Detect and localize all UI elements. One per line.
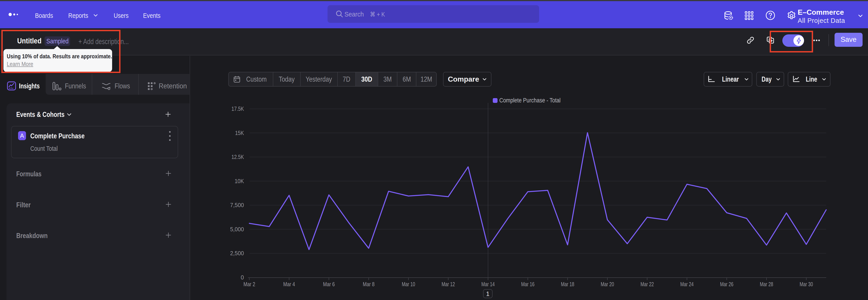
svg-text:Mar 18: Mar 18	[561, 281, 575, 287]
svg-text:Mar 14: Mar 14	[482, 281, 495, 287]
svg-text:Mar 2: Mar 2	[243, 281, 255, 287]
svg-text:Mar 20: Mar 20	[601, 281, 614, 287]
svg-text:2,500: 2,500	[230, 250, 244, 257]
svg-text:17.5K: 17.5K	[231, 106, 244, 112]
svg-text:Mar 12: Mar 12	[442, 281, 455, 287]
svg-text:5,000: 5,000	[230, 226, 244, 232]
svg-text:Mar 30: Mar 30	[800, 281, 813, 287]
svg-text:Mar 6: Mar 6	[323, 281, 335, 287]
svg-text:10K: 10K	[235, 178, 244, 184]
svg-text:15K: 15K	[235, 130, 244, 136]
svg-text:Mar 22: Mar 22	[641, 281, 654, 287]
svg-text:Complete Purchase - Total: Complete Purchase - Total	[499, 97, 561, 104]
svg-text:1: 1	[486, 291, 489, 297]
svg-text:7,500: 7,500	[230, 202, 244, 208]
svg-text:12.5K: 12.5K	[231, 154, 244, 160]
svg-text:Mar 8: Mar 8	[363, 281, 375, 287]
svg-text:Mar 16: Mar 16	[521, 281, 535, 287]
svg-text:Mar 10: Mar 10	[402, 281, 415, 287]
svg-text:Mar 26: Mar 26	[720, 281, 734, 287]
svg-text:Mar 4: Mar 4	[283, 281, 295, 287]
svg-text:Mar 28: Mar 28	[760, 281, 773, 287]
svg-text:Mar 24: Mar 24	[680, 281, 694, 287]
svg-text:0: 0	[241, 274, 244, 280]
